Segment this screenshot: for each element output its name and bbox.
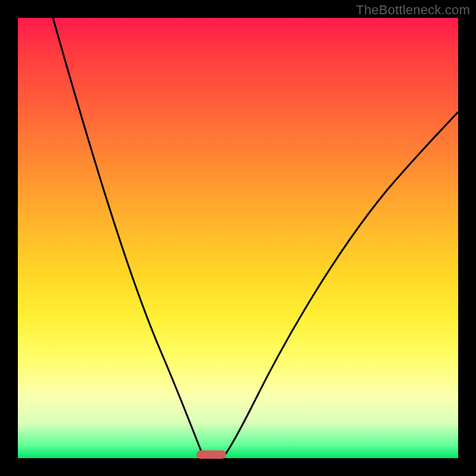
chart-frame: TheBottleneck.com bbox=[0, 0, 476, 476]
plot-area bbox=[18, 18, 458, 458]
curve-right bbox=[223, 112, 458, 458]
watermark-text: TheBottleneck.com bbox=[356, 2, 470, 18]
curve-left bbox=[53, 18, 204, 458]
curve-layer bbox=[18, 18, 458, 458]
bottleneck-marker bbox=[196, 450, 226, 459]
